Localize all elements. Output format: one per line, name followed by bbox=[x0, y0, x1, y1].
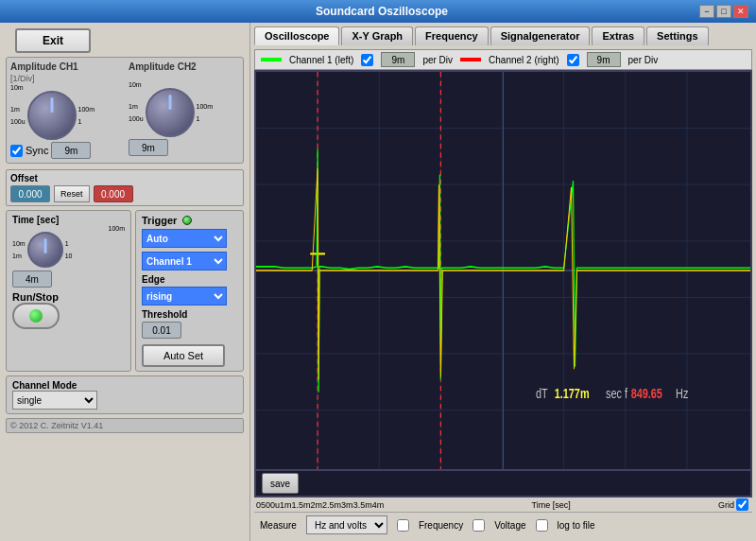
time-top-right: 100m bbox=[108, 225, 125, 232]
svg-text:dT: dT bbox=[536, 386, 548, 402]
frequency-label: Frequency bbox=[419, 520, 463, 531]
close-button[interactable]: ✕ bbox=[733, 5, 748, 18]
ch1-color-indicator bbox=[261, 58, 282, 61]
ch1-per-div-input[interactable] bbox=[381, 52, 415, 67]
threshold-input[interactable] bbox=[142, 322, 181, 339]
sync-row: Sync bbox=[10, 142, 121, 159]
amplitude-ch1-input[interactable] bbox=[51, 142, 91, 159]
offset-ch1-input[interactable] bbox=[10, 185, 50, 202]
measure-label: Measure bbox=[260, 520, 297, 531]
ch2-checkbox[interactable] bbox=[567, 54, 579, 66]
left-panel: Exit Amplitude CH1 [1/Div] 10m 1m 100u bbox=[0, 23, 250, 541]
exit-button[interactable]: Exit bbox=[15, 28, 91, 53]
offset-ch2-input[interactable] bbox=[94, 185, 133, 202]
ch2-color-indicator bbox=[460, 58, 481, 61]
knob-ch1-bot-left: 100u bbox=[10, 118, 26, 125]
channel-bar: Channel 1 (left) per Div Channel 2 (righ… bbox=[254, 49, 752, 70]
reset-button[interactable]: Reset bbox=[54, 185, 90, 202]
sync-label: Sync bbox=[26, 145, 48, 156]
frequency-checkbox[interactable] bbox=[397, 519, 409, 532]
time-knob[interactable] bbox=[27, 232, 63, 268]
ch2-per-div-input[interactable] bbox=[587, 52, 621, 67]
time-trigger-row: Time [sec] 100m 10m 1m 1 10 bbox=[6, 210, 244, 372]
svg-text:sec  f: sec f bbox=[606, 386, 627, 402]
edge-label: Edge bbox=[142, 274, 237, 285]
save-button[interactable]: save bbox=[262, 473, 299, 494]
time-section: Time [sec] 100m 10m 1m 1 10 bbox=[6, 210, 131, 372]
time-axis-1m: 1m bbox=[280, 500, 292, 510]
ch2-label: Channel 2 (right) bbox=[489, 55, 558, 65]
title-bar: Soundcard Oszilloscope − □ ✕ bbox=[0, 0, 756, 23]
svg-text:849.65: 849.65 bbox=[631, 386, 662, 402]
edge-select[interactable]: rising falling bbox=[142, 287, 227, 305]
time-axis-label: Time [sec] bbox=[384, 500, 718, 510]
time-axis-15m: 1.5m bbox=[292, 500, 311, 510]
minimize-button[interactable]: − bbox=[699, 5, 714, 18]
grid-label: Grid bbox=[718, 500, 734, 510]
log-checkbox[interactable] bbox=[536, 519, 548, 532]
measure-bar: Measure Hz and volts Volts only Hz only … bbox=[254, 512, 752, 537]
trigger-section: Trigger Auto Normal Single Channel 1 Cha… bbox=[135, 210, 244, 372]
knob-ch2-mid-right: 100m bbox=[197, 103, 214, 110]
svg-text:Hz: Hz bbox=[676, 386, 689, 402]
channel-mode-section: Channel Mode single dual add bbox=[6, 375, 244, 414]
tab-frequency[interactable]: Frequency bbox=[415, 26, 489, 45]
run-stop-button[interactable] bbox=[12, 303, 60, 329]
run-stop-section: Run/Stop bbox=[12, 291, 125, 329]
log-label: log to file bbox=[558, 520, 595, 531]
time-axis-500u: 500u bbox=[261, 500, 280, 510]
trigger-active-indicator bbox=[182, 216, 192, 225]
window-title: Soundcard Oszilloscope bbox=[64, 5, 699, 18]
knob-ch1-mid-right: 100m bbox=[78, 106, 95, 113]
ch1-checkbox[interactable] bbox=[361, 54, 373, 66]
main-container: Exit Amplitude CH1 [1/Div] 10m 1m 100u bbox=[0, 23, 756, 541]
scope-save-row: save bbox=[254, 471, 752, 497]
channel-mode-select[interactable]: single dual add bbox=[12, 391, 97, 410]
sync-checkbox[interactable] bbox=[10, 145, 23, 157]
tab-settings[interactable]: Settings bbox=[646, 26, 708, 45]
channel-mode-label: Channel Mode bbox=[12, 380, 237, 391]
offset-section: Offset Reset bbox=[6, 169, 244, 206]
run-stop-label: Run/Stop bbox=[12, 291, 125, 303]
voltage-checkbox[interactable] bbox=[472, 519, 485, 532]
time-axis-2m: 2m bbox=[311, 500, 323, 510]
run-indicator bbox=[29, 309, 43, 323]
right-panel: Oscilloscope X-Y Graph Frequency Signalg… bbox=[250, 23, 756, 541]
knob-ch2-mid-left: 1m bbox=[129, 103, 144, 110]
tab-oscilloscope[interactable]: Oscilloscope bbox=[254, 26, 339, 45]
knob-ch1-bot-right: 1 bbox=[78, 118, 95, 125]
amplitude-ch2-input[interactable] bbox=[129, 139, 168, 156]
trigger-channel-select[interactable]: Channel 1 Channel 2 bbox=[142, 252, 227, 270]
time-input[interactable] bbox=[12, 270, 52, 288]
tab-xy-graph[interactable]: X-Y Graph bbox=[341, 26, 413, 45]
ch1-label: Channel 1 (left) bbox=[289, 55, 353, 65]
tab-extras[interactable]: Extras bbox=[592, 26, 644, 45]
time-axis: 0 500u 1m 1.5m 2m 2.5m 3m 3.5m 4m Time [… bbox=[254, 497, 752, 512]
window-controls: − □ ✕ bbox=[699, 5, 748, 18]
amplitude-ch1-knob[interactable] bbox=[27, 91, 77, 140]
voltage-label: Voltage bbox=[494, 520, 525, 531]
time-mid-left: 10m bbox=[12, 240, 26, 247]
amplitude-ch1-subtitle: [1/Div] bbox=[10, 74, 121, 83]
threshold-label: Threshold bbox=[142, 309, 237, 320]
amplitude-section: Amplitude CH1 [1/Div] 10m 1m 100u 100m 1 bbox=[6, 57, 244, 164]
auto-set-button[interactable]: Auto Set bbox=[142, 344, 225, 367]
maximize-button[interactable]: □ bbox=[716, 5, 731, 18]
offset-label: Offset bbox=[10, 173, 239, 183]
time-title: Time [sec] bbox=[12, 215, 125, 225]
time-axis-4m: 4m bbox=[372, 500, 385, 510]
svg-text:1.177m: 1.177m bbox=[555, 386, 590, 402]
grid-checkbox[interactable] bbox=[736, 498, 748, 511]
trigger-label: Trigger bbox=[142, 215, 177, 226]
time-axis-35m: 3.5m bbox=[353, 500, 372, 510]
knob-ch1-mid-left: 1m bbox=[10, 106, 26, 113]
ch1-per-div-label: per Div bbox=[422, 55, 453, 65]
measure-select[interactable]: Hz and volts Volts only Hz only bbox=[306, 515, 387, 534]
knob-ch1-top-left: 10m bbox=[10, 84, 24, 91]
trigger-mode-select[interactable]: Auto Normal Single bbox=[142, 229, 227, 248]
scope-display[interactable]: dT 1.177m sec f 849.65 Hz bbox=[254, 70, 752, 471]
tab-signalgenerator[interactable]: Signalgenerator bbox=[490, 26, 591, 45]
amplitude-ch2: Amplitude CH2 x 10m 1m 100u 100m 1 bbox=[129, 61, 239, 159]
amplitude-ch1: Amplitude CH1 [1/Div] 10m 1m 100u 100m 1 bbox=[10, 61, 121, 159]
amplitude-ch2-knob[interactable] bbox=[146, 88, 195, 137]
